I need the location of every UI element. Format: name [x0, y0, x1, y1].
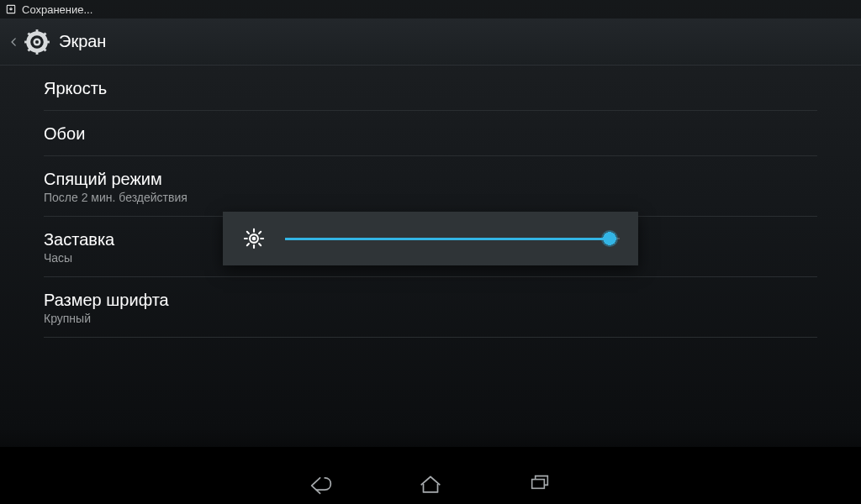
download-icon — [5, 3, 17, 15]
setting-wallpaper[interactable]: Обои — [44, 111, 817, 156]
brightness-slider[interactable] — [285, 228, 620, 249]
navigation-bar — [0, 464, 861, 504]
svg-point-24 — [252, 237, 256, 241]
nav-recent-button[interactable] — [523, 467, 557, 501]
brightness-icon — [241, 226, 267, 251]
setting-title: Обои — [44, 124, 817, 144]
svg-line-20 — [259, 244, 261, 245]
setting-title: Размер шрифта — [44, 291, 817, 310]
brightness-dialog — [223, 212, 638, 265]
settings-list: Яркость Обои Спящий режим После 2 мин. б… — [0, 66, 861, 338]
setting-subtitle: Крупный — [44, 312, 817, 325]
nav-back-button[interactable] — [304, 467, 338, 501]
setting-font-size[interactable]: Размер шрифта Крупный — [44, 277, 817, 338]
back-button[interactable] — [7, 18, 22, 66]
slider-thumb[interactable] — [601, 230, 618, 247]
slider-fill — [285, 238, 610, 240]
status-bar: Сохранение... — [0, 0, 861, 18]
setting-sleep[interactable]: Спящий режим После 2 мин. бездействия — [44, 156, 817, 217]
svg-line-19 — [247, 232, 249, 234]
status-text: Сохранение... — [22, 3, 92, 16]
svg-line-22 — [259, 232, 261, 234]
setting-title: Спящий режим — [44, 170, 817, 189]
action-bar: Экран — [0, 18, 861, 66]
svg-rect-4 — [36, 50, 39, 55]
settings-icon — [22, 27, 52, 57]
svg-rect-6 — [45, 40, 50, 43]
svg-line-21 — [247, 244, 249, 245]
svg-point-13 — [35, 40, 39, 44]
svg-rect-3 — [36, 29, 39, 34]
setting-subtitle: После 2 мин. бездействия — [44, 191, 817, 204]
svg-rect-25 — [532, 480, 545, 489]
nav-home-button[interactable] — [414, 467, 447, 501]
bottom-band — [0, 447, 861, 464]
page-title: Экран — [59, 32, 106, 51]
setting-brightness[interactable]: Яркость — [44, 66, 817, 111]
svg-rect-5 — [24, 40, 29, 43]
setting-title: Яркость — [44, 79, 817, 98]
